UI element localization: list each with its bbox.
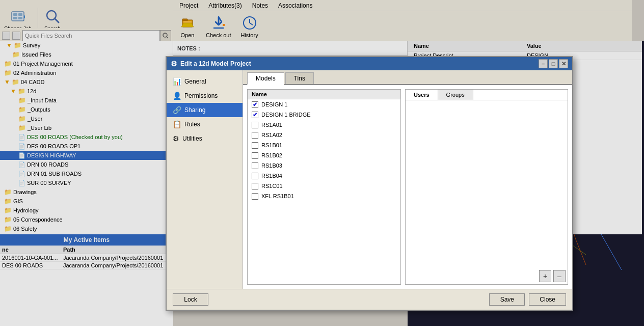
models-name-col: Name (252, 91, 267, 97)
users-content (406, 100, 568, 268)
remove-user-button[interactable]: – (553, 270, 566, 282)
dialog-title-icon: ⚙ (171, 60, 177, 68)
model-checkbox-rs1a01[interactable] (252, 122, 258, 128)
nav-utilities[interactable]: ⚙ Utilities (167, 131, 243, 146)
dialog-content: 📊 General 👤 Permissions 🔗 Sharing 📋 Rule… (167, 70, 572, 289)
dialog-tabs: Models Tins (243, 70, 572, 85)
model-checkbox-xflrs1b01[interactable] (252, 193, 258, 200)
model-label-rs1b03: RS1B03 (261, 162, 282, 169)
nav-rules[interactable]: 📋 Rules (167, 117, 243, 131)
model-checkbox-rs1b04[interactable] (252, 173, 258, 179)
nav-sharing[interactable]: 🔗 Sharing (167, 103, 243, 117)
model-checkbox-design1bridge[interactable]: ✔ (252, 112, 258, 118)
edit-project-dialog: ⚙ Edit a 12d Model Project – □ ✕ 📊 Gener… (166, 56, 573, 311)
remove-user-icon: – (557, 272, 561, 280)
model-item-rs1b04[interactable]: RS1B04 (248, 171, 400, 181)
model-item-rs1b02[interactable]: RS1B02 (248, 150, 400, 160)
model-label-rs1a02: RS1A02 (261, 132, 282, 138)
checkmark-design1bridge: ✔ (253, 112, 257, 118)
users-buttons: + – (406, 268, 568, 284)
model-checkbox-rs1b02[interactable] (252, 152, 258, 159)
model-label-rs1a01: RS1A01 (261, 122, 282, 128)
nav-rules-icon: 📋 (173, 120, 181, 128)
users-tab-users[interactable]: Users (406, 90, 438, 100)
model-item-design1bridge[interactable]: ✔ DESIGN 1 BRIDGE (248, 110, 400, 120)
close-button[interactable]: Close (529, 293, 566, 306)
dialog-main: Models Tins Name ✔ (243, 70, 572, 289)
model-checkbox-rs1c01[interactable] (252, 183, 258, 189)
dialog-footer: Lock Save Close (167, 289, 572, 310)
dialog-sidebar: 📊 General 👤 Permissions 🔗 Sharing 📋 Rule… (167, 70, 243, 289)
dialog-minimize-button[interactable]: – (539, 59, 548, 68)
dialog-title-buttons: – □ ✕ (539, 59, 568, 68)
model-item-rs1b03[interactable]: RS1B03 (248, 160, 400, 171)
nav-rules-label: Rules (184, 121, 200, 128)
model-label-rs1b01: RS1B01 (261, 142, 282, 148)
model-item-rs1a02[interactable]: RS1A02 (248, 130, 400, 140)
checkmark-design1: ✔ (253, 101, 257, 108)
users-panel: Users Groups + – (405, 89, 568, 285)
dialog-tab-content: Name ✔ DESIGN 1 ✔ (243, 85, 572, 289)
dialog-titlebar: ⚙ Edit a 12d Model Project – □ ✕ (167, 57, 572, 70)
nav-general-label: General (184, 78, 206, 85)
nav-sharing-label: Sharing (184, 106, 205, 114)
model-item-design1[interactable]: ✔ DESIGN 1 (248, 99, 400, 110)
nav-permissions[interactable]: 👤 Permissions (167, 89, 243, 103)
model-item-xflrs1b01[interactable]: XFL RS1B01 (248, 191, 400, 201)
nav-utilities-icon: ⚙ (173, 134, 179, 143)
nav-utilities-label: Utilities (182, 135, 202, 142)
model-label-rs1c01: RS1C01 (261, 183, 283, 189)
dialog-close-button[interactable]: ✕ (559, 59, 568, 68)
nav-sharing-icon: 🔗 (173, 106, 181, 114)
tab-tins[interactable]: Tins (285, 72, 314, 84)
model-checkbox-rs1a02[interactable] (252, 132, 258, 139)
models-list-header: Name (248, 90, 400, 99)
models-list-panel: Name ✔ DESIGN 1 ✔ (247, 89, 401, 285)
model-label-xflrs1b01: XFL RS1B01 (261, 193, 294, 199)
tab-models[interactable]: Models (247, 72, 284, 85)
model-label-rs1b02: RS1B02 (261, 152, 282, 158)
nav-general-icon: 📊 (173, 77, 181, 86)
dialog-maximize-button[interactable]: □ (549, 59, 558, 68)
model-checkbox-design1[interactable]: ✔ (252, 101, 258, 108)
users-tab-groups[interactable]: Groups (438, 90, 473, 100)
model-label-design1: DESIGN 1 (261, 101, 287, 107)
dialog-title-text: Edit a 12d Model Project (180, 60, 539, 67)
lock-button[interactable]: Lock (173, 293, 208, 306)
model-item-rs1a01[interactable]: RS1A01 (248, 120, 400, 130)
dialog-overlay: ⚙ Edit a 12d Model Project – □ ✕ 📊 Gener… (0, 0, 644, 326)
model-checkbox-rs1b03[interactable] (252, 162, 258, 169)
add-user-icon: + (543, 272, 547, 280)
model-checkbox-rs1b01[interactable] (252, 142, 258, 149)
add-user-button[interactable]: + (539, 270, 551, 282)
users-tabs: Users Groups (406, 90, 568, 100)
model-label-rs1b04: RS1B04 (261, 173, 282, 179)
nav-general[interactable]: 📊 General (167, 74, 243, 89)
model-label-design1bridge: DESIGN 1 BRIDGE (261, 112, 311, 118)
nav-permissions-label: Permissions (184, 92, 218, 99)
save-button[interactable]: Save (489, 293, 525, 306)
model-item-rs1c01[interactable]: RS1C01 (248, 181, 400, 191)
model-item-rs1b01[interactable]: RS1B01 (248, 140, 400, 150)
nav-permissions-icon: 👤 (173, 92, 181, 100)
